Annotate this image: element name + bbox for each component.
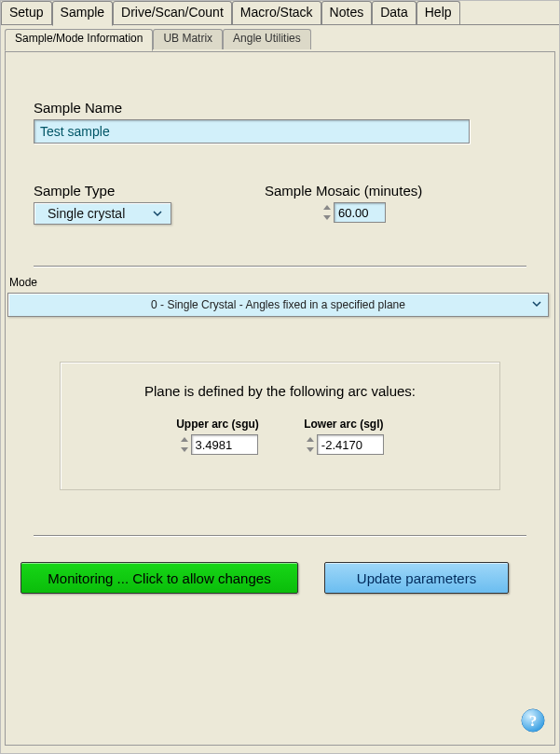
- svg-marker-4: [307, 437, 314, 442]
- svg-marker-3: [181, 447, 188, 452]
- chevron-down-icon: [152, 209, 163, 218]
- sample-mosaic-label: Sample Mosaic (minutes): [265, 183, 422, 199]
- content-panel: Sample Name Sample Type Single crystal S…: [5, 51, 555, 746]
- subtab-sample-mode-info[interactable]: Sample/Mode Information: [5, 29, 153, 51]
- lower-arc-stepper[interactable]: [304, 434, 317, 455]
- tab-notes[interactable]: Notes: [321, 1, 373, 24]
- sample-name-input[interactable]: [34, 119, 470, 144]
- plane-panel: Plane is defined by the following arc va…: [60, 362, 500, 490]
- monitoring-button[interactable]: Monitoring ... Click to allow changes: [20, 562, 298, 594]
- tab-data[interactable]: Data: [372, 1, 417, 24]
- svg-marker-2: [181, 437, 188, 442]
- tab-help[interactable]: Help: [417, 1, 460, 24]
- app-window: Setup Sample Drive/Scan/Count Macro/Stac…: [0, 0, 560, 754]
- svg-marker-5: [307, 447, 314, 452]
- svg-marker-1: [323, 215, 331, 220]
- lower-arc-input[interactable]: [317, 434, 384, 455]
- sample-type-label: Sample Type: [34, 183, 171, 199]
- plane-title: Plane is defined by the following arc va…: [79, 383, 481, 399]
- mode-dropdown[interactable]: 0 - Single Crystal - Angles fixed in a s…: [7, 293, 549, 317]
- sample-type-value: Single crystal: [48, 206, 125, 221]
- tab-macro-stack[interactable]: Macro/Stack: [232, 1, 321, 24]
- chevron-down-icon: [531, 299, 542, 310]
- sample-type-dropdown[interactable]: Single crystal: [34, 202, 171, 225]
- svg-text:?: ?: [529, 712, 538, 730]
- sample-name-label: Sample Name: [34, 100, 526, 116]
- sample-mosaic-input[interactable]: [334, 202, 386, 223]
- subtab-angle-utilities[interactable]: Angle Utilities: [223, 29, 311, 49]
- upper-arc-label: Upper arc (sgu): [176, 418, 259, 431]
- subtab-ub-matrix[interactable]: UB Matrix: [153, 29, 223, 49]
- tab-drive-scan-count[interactable]: Drive/Scan/Count: [113, 1, 232, 24]
- mode-value: 0 - Single Crystal - Angles fixed in a s…: [151, 298, 405, 311]
- tab-sample[interactable]: Sample: [52, 1, 113, 26]
- tab-setup[interactable]: Setup: [1, 1, 52, 24]
- button-row: Monitoring ... Click to allow changes Up…: [20, 562, 526, 594]
- divider: [34, 266, 526, 267]
- sample-mosaic-stepper[interactable]: [321, 202, 334, 223]
- main-tabbar: Setup Sample Drive/Scan/Count Macro/Stac…: [1, 1, 559, 25]
- help-icon[interactable]: ?: [521, 708, 545, 735]
- sub-tabbar: Sample/Mode Information UB Matrix Angle …: [5, 29, 559, 51]
- upper-arc-input[interactable]: [191, 434, 258, 455]
- update-parameters-button[interactable]: Update parameters: [324, 562, 509, 594]
- mode-label: Mode: [6, 276, 526, 289]
- upper-arc-stepper[interactable]: [178, 434, 191, 455]
- lower-arc-label: Lower arc (sgl): [304, 418, 384, 431]
- divider: [34, 535, 526, 536]
- svg-marker-0: [323, 205, 331, 210]
